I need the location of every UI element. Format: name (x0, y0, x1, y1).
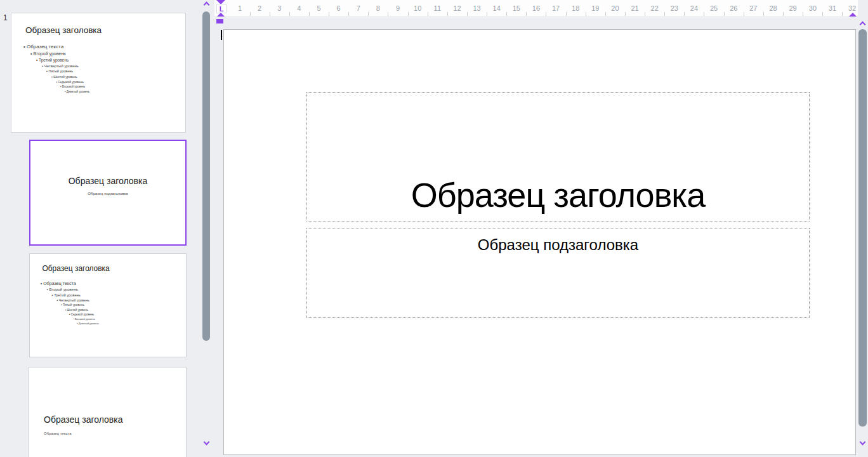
ruler-number: 13 (473, 4, 480, 12)
ruler-tick (506, 12, 507, 16)
outline-layout-preview: Образец заголовка Образец текстаВторой у… (30, 254, 185, 357)
title-placeholder[interactable]: Образец заголовка (306, 92, 810, 222)
layout-title-text: Образец заголовка (44, 414, 123, 425)
panel-scrollbar-thumb[interactable] (202, 11, 210, 341)
ruler-tick (250, 12, 251, 16)
ruler-tick (447, 12, 448, 16)
ruler-tick (586, 12, 586, 16)
ruler-tick (309, 12, 310, 16)
left-indent-marker[interactable] (216, 19, 223, 23)
ruler-number: 11 (434, 4, 441, 12)
ruler-number: 27 (749, 4, 757, 12)
ruler-number: 4 (297, 4, 301, 12)
ruler-number: 28 (769, 4, 777, 12)
thumbnail-master-slide[interactable]: Образец заголовка Образец текстаВторой у… (11, 13, 186, 133)
ruler-number: 10 (414, 4, 421, 12)
ruler-number: 17 (552, 4, 560, 12)
outline-bullet: Седьмой уровень (56, 81, 176, 84)
ruler-tick (645, 12, 645, 16)
hanging-indent-marker[interactable] (216, 13, 225, 17)
right-indent-marker[interactable] (848, 13, 857, 17)
ruler-tick (803, 12, 803, 16)
layout-outline-list: Образец текстаВторой уровеньТретий урове… (41, 281, 175, 325)
ruler-tick (428, 12, 428, 16)
outline-bullet: Шестой уровень (65, 308, 175, 312)
outline-bullet: Шестой уровень (51, 76, 176, 79)
outline-bullet: Третий уровень (36, 58, 176, 63)
ruler-tick (744, 12, 744, 16)
outline-bullet: Пятый уровень (46, 70, 176, 74)
ruler-tick (664, 12, 665, 16)
panel-scroll-up-icon[interactable] (203, 1, 209, 6)
ruler-number: 12 (453, 4, 461, 12)
canvas-scrollbar-thumb[interactable] (858, 29, 867, 427)
ruler-tick (546, 12, 546, 16)
ruler-number: 16 (532, 4, 540, 12)
ruler-tick (724, 12, 725, 16)
ruler-tick (842, 12, 843, 16)
ruler-tick (467, 12, 468, 16)
layout-title-text: Образец заголовка (30, 176, 185, 186)
horizontal-ruler[interactable]: L 12345678910111213141516171819202122232… (214, 0, 858, 17)
thumbnail-title-layout[interactable]: Образец заголовка Образец подзаголовка (29, 140, 187, 246)
ruler-tick (487, 12, 487, 16)
ruler-number: 26 (730, 4, 737, 12)
outline-bullet: Второй уровень (47, 288, 176, 291)
ruler-number: 22 (651, 4, 659, 12)
thumbnail-outline-layout[interactable]: Образец заголовка Образец текстаВторой у… (29, 253, 187, 357)
outline-bullet: Девятый уровень (77, 322, 175, 325)
ruler-tick (783, 12, 784, 16)
master-title-text: Образец заголовка (25, 25, 102, 35)
ruler-number: 31 (829, 4, 836, 12)
ruler-tick (763, 12, 764, 16)
ruler-number: 19 (591, 4, 599, 12)
ruler-number: 6 (337, 4, 341, 12)
outline-bullet: Четвертый уровень (56, 299, 175, 303)
slide-number-label: 1 (3, 13, 8, 22)
outline-bullet: Третий уровень (52, 294, 176, 298)
ruler-tick (388, 12, 388, 16)
outline-bullet: Девятый уровень (65, 91, 176, 94)
ruler-number: 29 (789, 4, 797, 12)
thumbnail-section-layout[interactable]: Образец заголовка Образец текста (29, 367, 187, 457)
ruler-tick (704, 12, 704, 16)
master-slide-preview: Образец заголовка Образец текстаВторой у… (11, 13, 186, 133)
panel-scroll-down-icon[interactable] (203, 440, 209, 445)
ruler-tick (625, 12, 626, 16)
ruler-tick (329, 12, 329, 16)
slide-canvas[interactable]: Образец заголовка Образец подзаголовка (223, 29, 856, 455)
title-placeholder-text: Образец заголовка (411, 175, 705, 215)
tab-selector[interactable]: L (216, 4, 227, 13)
ruler-tick (408, 12, 409, 16)
layout-subtitle-text: Образец подзаголовка (30, 192, 185, 195)
outline-bullet: Образец текста (23, 44, 176, 50)
ruler-number: 15 (513, 4, 520, 12)
outline-bullet: Четвертый уровень (42, 64, 176, 68)
canvas-scroll-down-icon[interactable] (859, 440, 865, 445)
slide-thumbnails-panel: 1 Образец заголовка Образец текстаВторой… (0, 0, 197, 457)
ruler-tick (289, 12, 290, 16)
ruler-tick (526, 12, 527, 16)
ruler-number: 14 (493, 4, 501, 12)
ruler-tick (684, 12, 685, 16)
subtitle-placeholder[interactable]: Образец подзаголовка (306, 228, 810, 318)
ruler-number: 32 (848, 4, 856, 12)
ruler-tick (368, 12, 369, 16)
master-outline-list: Образец текстаВторой уровеньТретий урове… (23, 44, 176, 94)
ruler-number: 21 (631, 4, 638, 12)
text-cursor (221, 30, 222, 40)
outline-bullet: Восьмой уровень (73, 318, 175, 321)
ruler-number: 30 (809, 4, 817, 12)
ruler-tick (348, 12, 349, 16)
ruler-number: 9 (396, 4, 400, 12)
outline-bullet: Восьмой уровень (60, 86, 176, 89)
ruler-number: 7 (357, 4, 360, 12)
outline-bullet: Седьмой уровень (69, 314, 175, 317)
outline-bullet: Второй уровень (30, 51, 176, 56)
ruler-number: 1 (238, 4, 242, 12)
ruler-number: 8 (376, 4, 380, 12)
canvas-scroll-up-icon[interactable] (859, 21, 865, 26)
ruler-number: 23 (671, 4, 678, 12)
subtitle-placeholder-text: Образец подзаголовка (478, 236, 638, 254)
ruler-number: 24 (690, 4, 698, 12)
